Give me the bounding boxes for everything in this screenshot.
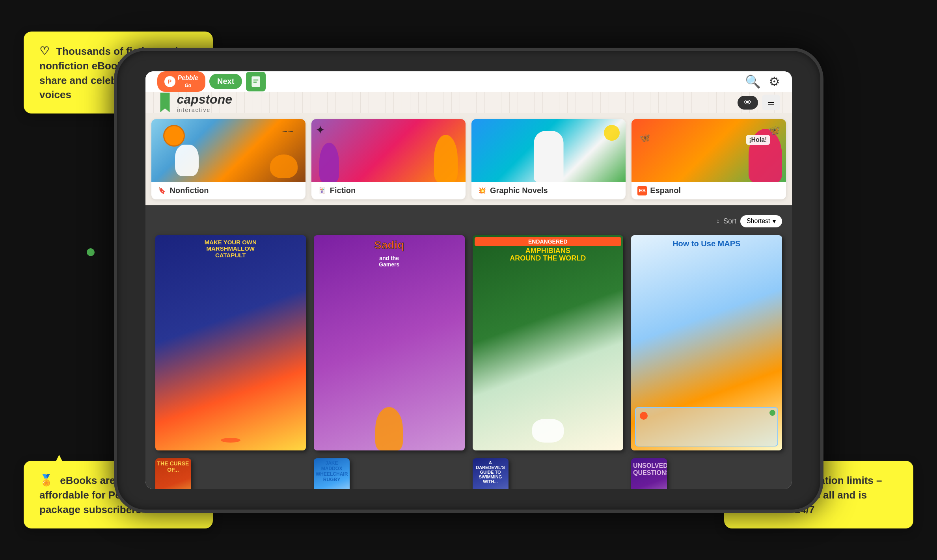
fiction-text: Fiction (330, 186, 356, 195)
capstone-logo-text: capstone interactive (177, 92, 232, 113)
book-curse[interactable]: THE CURSE OF... (155, 458, 191, 489)
pebble-go-icon: P (164, 76, 175, 87)
sort-value: Shortest (747, 218, 770, 225)
book-curse-title: THE CURSE OF... (157, 460, 189, 473)
nonfiction-image: ∼∼ (151, 119, 306, 182)
category-card-espanol[interactable]: 🦋 🦋 ¡Hola! ES Espanol (631, 119, 786, 199)
scene: ♡ Thousands of fiction and nonfiction eB… (0, 0, 937, 560)
map-illustration (635, 407, 778, 447)
medal-icon: 🏅 (39, 473, 53, 488)
sort-dropdown[interactable]: Shortest ▾ (740, 215, 782, 227)
book-daredevil-title: A DAREDEVIL'S GUIDE TO SWIMMING WITH... (475, 460, 507, 484)
scientist-decor (534, 131, 563, 182)
map-pin (640, 412, 648, 420)
book-unsolved-title: UNSOLVED QUESTIONS (633, 462, 665, 476)
butterfly-decor: 🦋 (768, 125, 780, 136)
next-button[interactable]: Next (209, 74, 242, 89)
star-decor: ✦ (315, 123, 325, 137)
espanol-label: ES Espanol (631, 182, 786, 199)
book-amphibians[interactable]: ENDANGERED AMPHIBIANSAROUND THE WORLD (473, 235, 624, 450)
pow-icon (604, 125, 620, 141)
book-unsolved[interactable]: UNSOLVED QUESTIONS (631, 458, 667, 489)
astronaut-decor (175, 145, 199, 176)
pebble-go-label: PebbleGo (178, 74, 198, 89)
settings-icon: ⚙ (769, 74, 780, 89)
birds-decor: ∼∼ (282, 127, 294, 136)
book-catapult-title: Make Your OwnMarshmallowCatapult (157, 239, 304, 259)
capstone-logo-icon (157, 93, 173, 112)
heart-icon: ♡ (39, 43, 49, 59)
category-card-nonfiction[interactable]: ∼∼ 🔖 Nonfiction (151, 119, 306, 199)
book-wheelchair[interactable]: JAKE MADDOXWHEELCHAIR RUGBY (314, 458, 350, 489)
tablet-screen: P PebbleGo Next (145, 71, 792, 489)
graphic-novels-badge: 💥 (477, 186, 487, 195)
graphic-novels-text: Graphic Novels (490, 186, 548, 195)
book-grid-row1: Make Your OwnMarshmallowCatapult Sadiq a… (155, 235, 782, 450)
fiction-badge: 🃏 (317, 186, 327, 195)
capstone-logo: capstone interactive (157, 92, 232, 113)
category-card-graphic-novels[interactable]: 💥 Graphic Novels (471, 119, 626, 199)
character2-decor (319, 143, 339, 182)
filter-icon: ⚌ (767, 98, 775, 107)
bookmark-icon (250, 75, 262, 88)
book-grid-row2: THE CURSE OF... JAKE MADDOXWHEELCHAIR RU… (155, 458, 782, 489)
book-maps[interactable]: How to Use MAPS (631, 235, 782, 450)
book-sadiq[interactable]: Sadiq and theGamers (314, 235, 465, 450)
map-pin2 (769, 410, 775, 416)
graphic-novels-label: 💥 Graphic Novels (471, 182, 626, 199)
book-maps-title: How to Use MAPS (634, 239, 779, 248)
book-catapult[interactable]: Make Your OwnMarshmallowCatapult (155, 235, 306, 450)
capstone-main-text: capstone (177, 92, 232, 107)
book-sadiq-subtitle: and theGamers (316, 255, 463, 268)
espanol-text: Espanol (650, 186, 681, 195)
logo-bar: capstone interactive 👁 ⚌ (145, 92, 792, 113)
sort-label: Sort (723, 217, 736, 225)
nonfiction-label: 🔖 Nonfiction (151, 182, 306, 199)
butterfly2-decor: 🦋 (639, 133, 650, 143)
nonfiction-badge: 🔖 (157, 186, 167, 195)
pebble-go-button[interactable]: P PebbleGo (157, 71, 205, 92)
top-nav: P PebbleGo Next (145, 71, 792, 92)
book-amphibians-label: ENDANGERED AMPHIBIANSAROUND THE WORLD (475, 237, 622, 263)
sort-arrows-icon: ↕ (716, 218, 719, 225)
nav-center-icon[interactable] (246, 72, 266, 91)
search-icon: 🔍 (745, 74, 761, 89)
book-wheelchair-title: JAKE MADDOXWHEELCHAIR RUGBY (316, 460, 348, 482)
nonfiction-text: Nonfiction (170, 186, 209, 195)
dot-indicator (87, 248, 95, 256)
filter-button[interactable]: ⚌ (762, 95, 780, 110)
graphic-novels-image (471, 119, 626, 182)
svg-rect-2 (253, 82, 257, 83)
eye-toggle[interactable]: 👁 (738, 96, 758, 110)
search-button[interactable]: 🔍 (745, 74, 761, 89)
svg-rect-1 (253, 79, 259, 80)
category-grid: ∼∼ 🔖 Nonfiction ✦ (145, 113, 792, 205)
nav-right: 🔍 ⚙ (745, 74, 780, 89)
basketball-decor (163, 125, 185, 147)
nav-left: P PebbleGo Next (157, 71, 266, 92)
filter-controls: 👁 ⚌ (738, 95, 780, 110)
fiction-label: 🃏 Fiction (311, 182, 466, 199)
book-shelf: ↕ Sort Shortest ▾ Make Your OwnMarshmall… (145, 205, 792, 489)
settings-button[interactable]: ⚙ (769, 74, 780, 89)
chevron-down-icon: ▾ (773, 218, 776, 225)
category-card-fiction[interactable]: ✦ 🃏 Fiction (311, 119, 466, 199)
animal-decor (270, 154, 298, 178)
book-daredevil[interactable]: A DAREDEVIL'S GUIDE TO SWIMMING WITH... (473, 458, 509, 489)
tablet-frame: P PebbleGo Next (114, 48, 823, 513)
app-content: P PebbleGo Next (145, 71, 792, 489)
book-sadiq-title: Sadiq (316, 239, 463, 251)
sadiq-character (375, 407, 403, 450)
fiction-image: ✦ (311, 119, 466, 182)
capstone-sub-text: interactive (177, 107, 232, 113)
espanol-image: 🦋 🦋 ¡Hola! (631, 119, 786, 182)
hola-badge: ¡Hola! (746, 135, 770, 145)
character1-decor (434, 135, 458, 182)
shelf-header: ↕ Sort Shortest ▾ (155, 211, 782, 231)
espanol-badge: ES (637, 186, 647, 195)
eye-icon: 👁 (744, 98, 752, 107)
amphibian-animal (532, 419, 564, 443)
catapult-decor (221, 438, 240, 443)
